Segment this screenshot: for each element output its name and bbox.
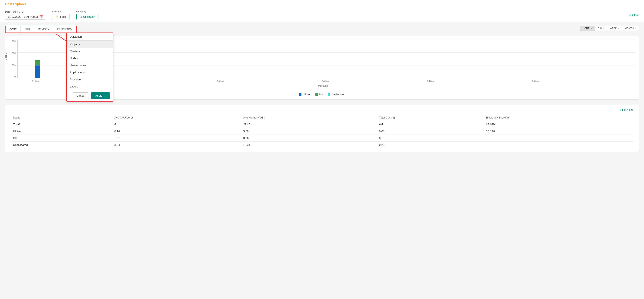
dropdown-header: Utilization [67,33,113,41]
cell-name-total: Total [10,121,112,128]
x-label-04: 04 Hrs [322,80,329,82]
x-label-06: 06 Hrs [532,80,539,82]
group-by-button[interactable]: ⊞ Utilization [76,14,98,20]
tab-row: COST CPU MEMORY EFFICIENCY [6,26,76,32]
table-header-row: Name Avg CPU(cores) Avg Memory(GB) Total… [10,114,634,121]
cell-cost-total: 0.4 [376,121,484,128]
col-avg-memory: Avg Memory(GB) [241,114,376,121]
bar-group-01 [35,65,40,78]
filter-button[interactable]: ⚡ Filter [52,14,70,20]
tab-efficiency[interactable]: EFFICIENCY [53,26,76,32]
table-row-utilized: Utilized 0.14 3.09 0.03 30.69% [10,128,634,135]
x-label-05: 05 Hrs [427,80,434,82]
cell-efficiency-utilized: 30.69% [483,128,634,135]
apply-button-label: Apply → [95,94,106,97]
filter-button-label: Filter [60,15,66,18]
dropdown-item-nodes[interactable]: Nodes [67,55,113,62]
y-label-bot: 0 [14,76,16,78]
date-range-input[interactable]: 11/17/2023 - 11/17/2023 📅 [5,14,45,20]
tab-cost[interactable]: COST [6,26,20,32]
x-label-01: 01 Hrs [32,80,39,82]
group-by-button-label: Utilization [83,15,95,18]
table-row-idle: Idle 1.91 0.86 0.1 - [10,135,634,142]
tabs-section: COST CPU MEMORY EFFICIENCY [5,26,77,33]
y-label-mid1: 0.1 [12,64,16,66]
y-label-mid2: 0.2 [12,52,16,54]
export-row: ↓ EXPORT [10,108,634,112]
cancel-button[interactable]: Cancel [73,92,88,99]
tab-memory[interactable]: MEMORY [34,26,54,32]
dropdown-item-providers[interactable]: Providers [67,76,113,83]
cell-cost-utilized: 0.03 [376,128,484,135]
calendar-icon: 📅 [40,15,43,18]
legend-unallocated: Unallocated [328,93,345,96]
table-section: ↓ EXPORT Name Avg CPU(cores) Avg Memory(… [5,105,639,152]
time-hourly[interactable]: HOURLY [580,26,595,31]
cell-efficiency-unallocated: - [483,142,634,148]
legend-unallocated-dot [328,93,330,96]
date-range-label: Date Range(UTC) [5,10,45,13]
tab-cpu[interactable]: CPU [20,26,34,32]
cell-name-unallocated: Unallocated [10,142,112,148]
col-efficiency: Efficiency Score(%) [483,114,634,121]
legend-idle-label: Idle [319,93,323,96]
time-daily[interactable]: DAILY [595,26,607,31]
top-bar: Cost Explorer [0,0,644,8]
legend-utilized-label: Utilized [303,93,311,96]
cell-efficiency-total: 20.66% [483,121,634,128]
col-total-cost: Total Cost($) [376,114,484,121]
filter-by-label: Filter By [52,10,70,13]
data-table: Name Avg CPU(cores) Avg Memory(GB) Total… [10,114,634,148]
legend-utilized-dot [299,93,302,96]
chart-y-axis: 0.3 0.2 0.1 0 Cost($) [9,40,17,78]
legend-idle-dot [315,93,318,96]
clear-button[interactable]: ↺ Clear [628,14,639,17]
main-content: COST CPU MEMORY EFFICIENCY HOURLY DAILY [0,22,644,155]
cell-memory-total: 23.26 [241,121,376,128]
refresh-icon: ↺ [628,14,631,17]
time-controls: HOURLY DAILY WEEKLY MONTHLY [580,26,639,31]
tabs-highlight: COST CPU MEMORY EFFICIENCY [5,26,77,33]
export-icon: ↓ [620,108,621,112]
filter-group: Filter By ⚡ Filter [52,10,70,20]
group-by-group: Group By ⊞ Utilization [76,10,98,20]
dropdown-item-namespaces[interactable]: Namespaces [67,62,113,69]
cell-memory-idle: 0.86 [241,135,376,142]
time-weekly[interactable]: WEEKLY [607,26,622,31]
dropdown-item-labels[interactable]: Labels [67,83,113,90]
col-avg-cpu: Avg CPU(cores) [112,114,241,121]
dropdown-item-applications[interactable]: Applications [67,69,113,76]
export-button[interactable]: ↓ EXPORT [620,108,634,112]
cell-memory-unallocated: 19.31 [241,142,376,148]
group-by-dropdown: Utilization Projects Clusters Nodes Name… [66,32,114,102]
time-monthly[interactable]: MONTHLY [622,26,639,31]
dropdown-item-projects[interactable]: Projects [67,41,113,48]
y-axis-label: Cost($) [4,52,7,60]
date-range-value: 11/17/2023 - 11/17/2023 [8,15,38,18]
legend-unallocated-label: Unallocated [332,93,345,96]
bar-idle [35,60,40,65]
group-by-label: Group By [76,10,98,13]
y-label-top: 0.3 [12,40,16,42]
cell-cpu-idle: 1.91 [112,135,241,142]
cell-cost-idle: 0.1 [376,135,484,142]
filter-icon: ⚡ [56,15,59,18]
date-range-group: Date Range(UTC) 11/17/2023 - 11/17/2023 … [5,10,45,20]
dropdown-item-clusters[interactable]: Clusters [67,48,113,55]
cell-cost-unallocated: 0.28 [376,142,484,148]
x-label-03: 03 Hrs [217,80,224,82]
apply-button[interactable]: Apply → [91,92,110,99]
toolbar: Date Range(UTC) 11/17/2023 - 11/17/2023 … [0,8,644,22]
group-icon: ⊞ [80,15,82,18]
cell-efficiency-idle: - [483,135,634,142]
dropdown-footer: Cancel Apply → [67,90,113,101]
table-row-unallocated: Unallocated 3.94 19.31 0.28 - [10,142,634,148]
export-label: EXPORT [622,108,634,112]
cell-name-utilized: Utilized [10,128,112,135]
bar-utilized [35,65,40,78]
table-row-total: Total 6 23.26 0.4 20.66% [10,121,634,128]
cell-cpu-total: 6 [112,121,241,128]
col-name: Name [10,114,112,121]
clear-button-label: Clear [632,14,639,17]
legend-idle: Idle [315,93,323,96]
